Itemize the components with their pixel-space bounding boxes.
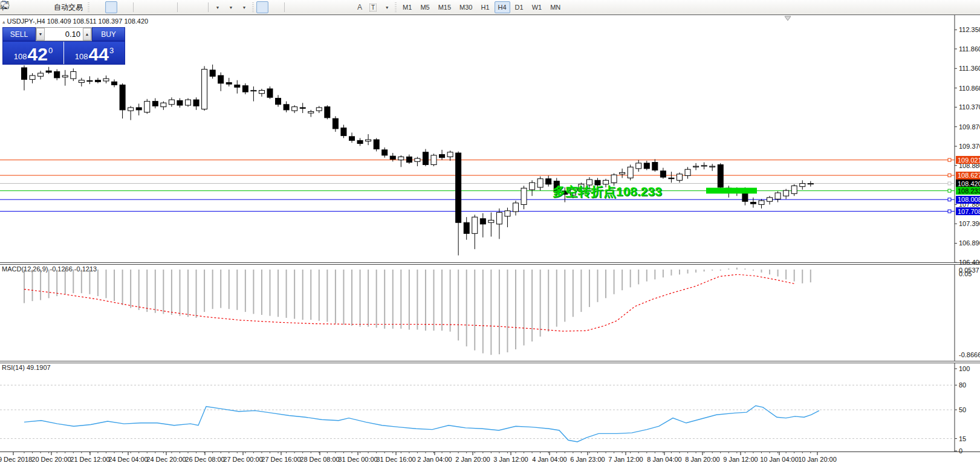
rsi-line xyxy=(24,406,819,442)
line-handle[interactable] xyxy=(948,182,951,185)
time-axis[interactable]: 19 Dec 201820 Dec 20:0021 Dec 12:0024 De… xyxy=(0,451,980,466)
price-tag-108.233: 108.233 xyxy=(956,187,980,195)
time-axis-label: 8 Jan 20:00 xyxy=(685,456,720,463)
mt4-window: 单 自动交易 xyxy=(0,0,980,466)
turning-point-rectangle[interactable] xyxy=(706,188,757,194)
macd-panel-separator[interactable] xyxy=(0,262,980,265)
time-axis-label: 24 Dec 04:00 xyxy=(108,456,148,463)
rsi-level-label: 50 xyxy=(959,406,966,413)
main-price-panel[interactable] xyxy=(0,16,955,256)
rsi-panel-separator[interactable] xyxy=(0,361,980,363)
rsi-level-label: 15 xyxy=(959,435,966,442)
time-axis-label: 31 Dec 16:00 xyxy=(376,456,415,463)
time-axis-label: 6 Jan 23:00 xyxy=(570,456,605,463)
time-axis-label: 19 Dec 2018 xyxy=(0,456,32,463)
time-axis-label: 27 Dec 00:00 xyxy=(223,456,262,463)
line-handle[interactable] xyxy=(948,189,951,192)
line-handle[interactable] xyxy=(948,198,951,201)
macd-label: MACD(12,26,9) -0.1266 -0.1213 xyxy=(2,265,97,273)
price-tag-107.708: 107.708 xyxy=(956,207,980,215)
time-axis-label: 7 Jan 12:00 xyxy=(608,456,643,463)
price-tick-label: 106.400 xyxy=(959,259,980,266)
price-tick-label: 107.390 xyxy=(959,220,980,227)
time-axis-label: 24 Dec 20:00 xyxy=(146,456,186,463)
rsi-panel[interactable] xyxy=(0,385,955,442)
price-tick-label: 110.370 xyxy=(959,103,980,111)
time-axis-label: 2 Jan 20:00 xyxy=(455,456,490,463)
time-axis-label: 10 Jan 04:00 xyxy=(760,456,799,463)
rsi-level-label: 80 xyxy=(959,381,966,389)
price-tick-label: 111.360 xyxy=(959,65,980,72)
time-axis-label: 26 Dec 08:00 xyxy=(185,456,224,463)
time-axis-label: 4 Jan 04:00 xyxy=(532,456,567,463)
price-tag-108.420: 108.420 xyxy=(956,180,980,187)
rsi-label: RSI(14) 49.1907 xyxy=(2,364,51,371)
price-tick-label: 106.890 xyxy=(959,239,980,247)
time-axis-label: 31 Dec 00:00 xyxy=(338,456,377,463)
line-handle[interactable] xyxy=(948,174,951,177)
turning-point-annotation[interactable]: 多空转折点108.233 xyxy=(553,183,662,200)
time-axis-label: 20 Dec 20:00 xyxy=(31,456,71,463)
price-tick-label: 111.860 xyxy=(959,45,980,53)
price-tick-label: 109.870 xyxy=(959,123,980,131)
chart-shift-marker[interactable] xyxy=(785,16,791,21)
price-tick-label: 110.860 xyxy=(959,85,980,92)
time-axis-label: 27 Dec 16:00 xyxy=(261,456,300,463)
rsi-level-label: 100 xyxy=(959,365,970,372)
time-axis-label: 2 Jan 04:00 xyxy=(417,456,452,463)
time-axis-label: 8 Jan 04:00 xyxy=(647,456,682,463)
price-tick-label: 112.350 xyxy=(959,26,980,33)
time-axis-label: 10 Jan 20:00 xyxy=(798,456,837,463)
chart-canvas[interactable] xyxy=(0,0,980,466)
price-tag-109.021: 109.021 xyxy=(956,156,980,164)
price-tag-108.008: 108.008 xyxy=(956,196,980,204)
price-tick-label: 109.370 xyxy=(959,143,980,150)
time-axis-label: 28 Dec 08:00 xyxy=(300,456,339,463)
price-tag-108.627: 108.627 xyxy=(956,172,980,180)
macd-panel[interactable] xyxy=(24,268,811,355)
time-axis-label: 3 Jan 12:00 xyxy=(493,456,528,463)
time-axis-label: 21 Dec 12:00 xyxy=(70,456,109,463)
line-handle[interactable] xyxy=(948,158,951,161)
macd-scale-label: 0.05 xyxy=(959,270,972,277)
macd-scale-label: -0.8666 xyxy=(959,351,980,358)
line-handle[interactable] xyxy=(948,210,951,213)
time-axis-label: 9 Jan 12:00 xyxy=(723,456,758,463)
